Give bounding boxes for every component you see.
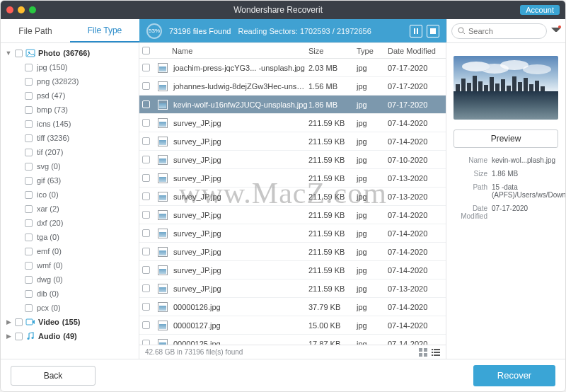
item-checkbox[interactable] <box>25 78 33 86</box>
view-list-icon[interactable] <box>432 348 440 357</box>
row-checkbox[interactable] <box>142 321 150 329</box>
item-label: tif (207) <box>37 146 63 158</box>
category-checkbox[interactable] <box>15 333 23 340</box>
tab-file-type[interactable]: File Type <box>70 19 139 42</box>
filter-button[interactable] <box>550 25 561 37</box>
file-row[interactable]: johannes-ludwig-8dejZGw3Hec-unsplash.jpg… <box>139 77 446 96</box>
item-checkbox[interactable] <box>25 177 33 185</box>
item-checkbox[interactable] <box>25 290 33 298</box>
preview-button[interactable]: Preview <box>454 129 558 148</box>
row-checkbox[interactable] <box>142 284 150 292</box>
file-date: 07-13-2020 <box>388 174 446 183</box>
file-row[interactable]: 00000126.jpg37.79 KBjpg07-14-2020 <box>139 298 446 316</box>
sidebar-item-dxf[interactable]: dxf (20) <box>1 216 139 230</box>
column-size[interactable]: Size <box>308 47 357 55</box>
view-grid-icon[interactable] <box>419 348 427 357</box>
item-checkbox[interactable] <box>25 205 33 213</box>
minimize-window-button[interactable] <box>18 6 25 13</box>
tab-file-path[interactable]: File Path <box>1 19 70 42</box>
item-checkbox[interactable] <box>25 191 33 199</box>
row-checkbox[interactable] <box>142 266 150 274</box>
column-type[interactable]: Type <box>357 47 388 55</box>
row-checkbox[interactable] <box>142 303 150 311</box>
sidebar-category-photo[interactable]: ▼Photo (36766) <box>1 46 139 60</box>
row-checkbox[interactable] <box>142 119 150 127</box>
row-checkbox[interactable] <box>142 340 150 345</box>
chevron-down-icon[interactable]: ▼ <box>5 50 12 57</box>
select-all-checkbox[interactable] <box>142 47 150 54</box>
file-row[interactable]: survey_JP.jpg211.59 KBjpg07-14-2020 <box>139 206 446 224</box>
item-checkbox[interactable] <box>25 120 33 128</box>
sidebar-category-video[interactable]: ▶Video (155) <box>1 315 139 329</box>
recover-button[interactable]: Recover <box>473 365 555 386</box>
file-row[interactable]: survey_JP.jpg211.59 KBjpg07-14-2020 <box>139 132 446 151</box>
column-date[interactable]: Date Modified <box>388 47 446 55</box>
chevron-right-icon[interactable]: ▶ <box>5 318 12 325</box>
sidebar-item-icns[interactable]: icns (145) <box>1 117 139 131</box>
chevron-right-icon[interactable]: ▶ <box>5 333 12 340</box>
sidebar-item-bmp[interactable]: bmp (73) <box>1 103 139 117</box>
row-checkbox[interactable] <box>142 100 150 108</box>
account-button[interactable]: Account <box>520 5 560 15</box>
sidebar-item-pcx[interactable]: pcx (0) <box>1 301 139 315</box>
file-row[interactable]: 00000127.jpg15.00 KBjpg07-14-2020 <box>139 316 446 335</box>
sidebar-item-dib[interactable]: dib (0) <box>1 287 139 301</box>
row-checkbox[interactable] <box>142 229 150 237</box>
sidebar-item-tga[interactable]: tga (0) <box>1 230 139 244</box>
row-checkbox[interactable] <box>142 64 150 71</box>
item-checkbox[interactable] <box>25 149 33 156</box>
item-checkbox[interactable] <box>25 248 33 255</box>
close-window-button[interactable] <box>6 6 13 13</box>
sidebar-item-gif[interactable]: gif (63) <box>1 173 139 188</box>
sidebar-category-audio[interactable]: ▶Audio (49) <box>1 329 139 343</box>
row-checkbox[interactable] <box>142 248 150 255</box>
category-checkbox[interactable] <box>15 50 23 57</box>
stop-scan-button[interactable] <box>427 25 439 38</box>
item-checkbox[interactable] <box>25 262 33 270</box>
row-checkbox[interactable] <box>142 174 150 182</box>
file-row[interactable]: survey_JP.jpg211.59 KBjpg07-13-2020 <box>139 169 446 188</box>
item-checkbox[interactable] <box>25 163 33 171</box>
search-input-wrapper[interactable] <box>451 23 547 39</box>
back-button[interactable]: Back <box>11 366 96 386</box>
sidebar-item-svg[interactable]: svg (0) <box>1 159 139 173</box>
sidebar-item-emf[interactable]: emf (0) <box>1 244 139 258</box>
row-checkbox[interactable] <box>142 156 150 163</box>
file-row[interactable]: kevin-wolf-u16nfw2JUCQ-unsplash.jpg1.86 … <box>139 96 446 114</box>
row-checkbox[interactable] <box>142 137 150 145</box>
sidebar-item-tiff[interactable]: tiff (3236) <box>1 131 139 145</box>
item-checkbox[interactable] <box>25 64 33 71</box>
item-checkbox[interactable] <box>25 92 33 100</box>
row-checkbox[interactable] <box>142 211 150 219</box>
sidebar-item-jpg[interactable]: jpg (150) <box>1 60 139 74</box>
file-row[interactable]: survey_JP.jpg211.59 KBjpg07-14-2020 <box>139 224 446 243</box>
row-checkbox[interactable] <box>142 192 150 200</box>
item-checkbox[interactable] <box>25 276 33 284</box>
file-row[interactable]: survey_JP.jpg211.59 KBjpg07-14-2020 <box>139 243 446 261</box>
file-row[interactable]: survey_JP.jpg211.59 KBjpg07-13-2020 <box>139 279 446 298</box>
search-input[interactable] <box>468 27 541 35</box>
row-checkbox[interactable] <box>142 82 150 90</box>
file-row[interactable]: survey_JP.jpg211.59 KBjpg07-10-2020 <box>139 151 446 169</box>
sidebar-item-xar[interactable]: xar (2) <box>1 202 139 216</box>
sidebar-item-psd[interactable]: psd (47) <box>1 88 139 103</box>
sidebar-item-ico[interactable]: ico (0) <box>1 188 139 202</box>
sidebar-item-tif[interactable]: tif (207) <box>1 145 139 159</box>
item-checkbox[interactable] <box>25 219 33 227</box>
file-row[interactable]: 00000125.jpg17.87 KBjpg07-14-2020 <box>139 335 446 345</box>
column-name[interactable]: Name <box>171 47 308 55</box>
item-checkbox[interactable] <box>25 304 33 312</box>
file-row[interactable]: survey_JP.jpg211.59 KBjpg07-13-2020 <box>139 188 446 206</box>
file-row[interactable]: survey_JP.jpg211.59 KBjpg07-14-2020 <box>139 114 446 132</box>
sidebar-item-wmf[interactable]: wmf (0) <box>1 258 139 272</box>
category-checkbox[interactable] <box>15 318 23 326</box>
pause-scan-button[interactable] <box>410 25 422 38</box>
sidebar-item-png[interactable]: png (32823) <box>1 74 139 88</box>
item-checkbox[interactable] <box>25 106 33 114</box>
sidebar-item-dwg[interactable]: dwg (0) <box>1 272 139 287</box>
file-row[interactable]: survey_JP.jpg211.59 KBjpg07-14-2020 <box>139 261 446 279</box>
zoom-window-button[interactable] <box>29 6 36 13</box>
file-row[interactable]: joachim-press-jqcYG3... -unsplash.jpg2.0… <box>139 59 446 77</box>
item-checkbox[interactable] <box>25 134 33 142</box>
item-checkbox[interactable] <box>25 234 33 241</box>
